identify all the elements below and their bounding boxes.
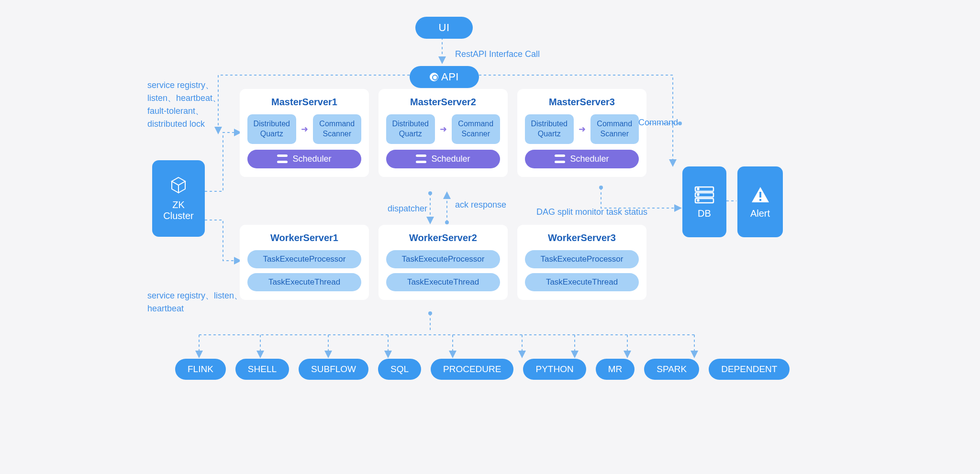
master-servers-row: MasterServer1 Distributed Quartz ➜ Comma… [240, 89, 646, 177]
distributed-quartz-box: Distributed Quartz [386, 114, 435, 144]
task-type-procedure: PROCEDURE [431, 359, 513, 380]
svg-rect-25 [759, 199, 761, 201]
command-label: Command [638, 116, 678, 129]
zk-label-1: ZK [172, 199, 185, 210]
svg-point-22 [698, 194, 699, 195]
task-type-dependent: DEPENDENT [709, 359, 790, 380]
scheduler-icon [555, 154, 565, 163]
zk-label-2: Cluster [163, 210, 193, 221]
svg-point-23 [698, 199, 699, 201]
server-icon [693, 185, 715, 204]
ack-response-label: ack response [455, 198, 508, 211]
architecture-diagram: UI API RestAPI Interface Call service re… [122, 19, 858, 411]
api-label: API [441, 71, 459, 83]
scheduler-icon [416, 154, 426, 163]
db-node: DB [682, 166, 726, 237]
zk-cluster-node: ZK Cluster [152, 160, 205, 237]
alert-icon [751, 185, 770, 204]
command-scanner-box: Command Scanner [313, 114, 362, 144]
api-call-label: RestAPI Interface Call [455, 48, 540, 61]
scheduler-box: Scheduler [525, 150, 639, 168]
svg-point-5 [599, 186, 603, 189]
alert-node: Alert [737, 166, 783, 237]
master-title: MasterServer3 [525, 97, 639, 108]
scheduler-icon [277, 154, 288, 163]
task-type-sql: SQL [378, 359, 421, 380]
ui-label: UI [439, 22, 450, 34]
distributed-quartz-box: Distributed Quartz [247, 114, 296, 144]
task-type-flink: FLINK [175, 359, 226, 380]
scheduler-label: Scheduler [292, 154, 331, 164]
worker-server-1: WorkerServer1 TaskExecuteProcessor TaskE… [240, 225, 369, 300]
worker-title: WorkerServer1 [247, 232, 361, 243]
master-server-2: MasterServer2 Distributed Quartz ➜ Comma… [379, 89, 508, 177]
task-type-shell: SHELL [235, 359, 289, 380]
worker-servers-row: WorkerServer1 TaskExecuteProcessor TaskE… [240, 225, 646, 300]
task-type-spark: SPARK [644, 359, 699, 380]
svg-point-6 [678, 121, 682, 125]
master-title: MasterServer2 [386, 97, 500, 108]
api-node: API [410, 66, 479, 88]
task-types-row: FLINK SHELL SUBFLOW SQL PROCEDURE PYTHON… [175, 359, 790, 380]
master-title: MasterServer1 [247, 97, 361, 108]
task-execute-processor: TaskExecuteProcessor [386, 250, 500, 268]
task-type-mr: MR [596, 359, 635, 380]
master-server-3: MasterServer3 Distributed Quartz ➜ Comma… [517, 89, 646, 177]
task-type-python: PYTHON [523, 359, 586, 380]
cube-icon [169, 176, 188, 195]
svg-point-4 [445, 220, 449, 224]
dag-split-label: DAG split monitor task status [536, 206, 647, 219]
task-execute-thread: TaskExecuteThread [247, 273, 361, 291]
scheduler-label: Scheduler [431, 154, 470, 164]
api-icon [430, 73, 438, 81]
arrow-icon: ➜ [579, 124, 586, 134]
zk-annotation-upper: service registry、listen、heartbeat、fault-… [147, 79, 224, 131]
scheduler-box: Scheduler [247, 150, 361, 168]
task-execute-processor: TaskExecuteProcessor [247, 250, 361, 268]
worker-server-2: WorkerServer2 TaskExecuteProcessor TaskE… [379, 225, 508, 300]
worker-title: WorkerServer2 [386, 232, 500, 243]
zk-annotation-lower: service registry、listen、heartbeat [147, 289, 243, 315]
db-label: DB [698, 208, 711, 219]
command-scanner-box: Command Scanner [452, 114, 501, 144]
task-execute-thread: TaskExecuteThread [525, 273, 639, 291]
task-execute-processor: TaskExecuteProcessor [525, 250, 639, 268]
arrow-icon: ➜ [440, 124, 447, 134]
arrow-icon: ➜ [301, 124, 308, 134]
ui-node: UI [415, 17, 473, 39]
svg-rect-24 [759, 192, 761, 198]
master-server-1: MasterServer1 Distributed Quartz ➜ Comma… [240, 89, 369, 177]
worker-server-3: WorkerServer3 TaskExecuteProcessor TaskE… [517, 225, 646, 300]
svg-point-2 [428, 191, 432, 195]
svg-point-21 [698, 188, 699, 189]
distributed-quartz-box: Distributed Quartz [525, 114, 574, 144]
alert-label: Alert [750, 208, 770, 219]
task-execute-thread: TaskExecuteThread [386, 273, 500, 291]
command-scanner-box: Command Scanner [590, 114, 639, 144]
svg-point-8 [428, 311, 432, 315]
worker-title: WorkerServer3 [525, 232, 639, 243]
dispatcher-label: dispatcher [388, 202, 427, 215]
task-type-subflow: SUBFLOW [299, 359, 368, 380]
scheduler-box: Scheduler [386, 150, 500, 168]
scheduler-label: Scheduler [570, 154, 609, 164]
